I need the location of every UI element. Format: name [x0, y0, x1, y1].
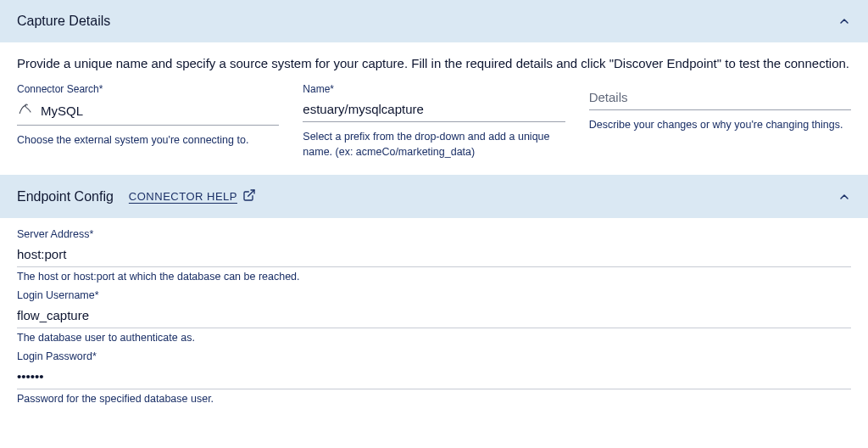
- capture-fields-row: Connector Search* Choose the external sy…: [17, 83, 851, 160]
- server-address-field: Server Address* The host or host:port at…: [17, 228, 851, 283]
- name-field: Name* Select a prefix from the drop-down…: [303, 83, 565, 160]
- connector-search-input-line[interactable]: [17, 98, 279, 126]
- capture-details-title: Capture Details: [17, 14, 110, 29]
- name-label: Name*: [303, 83, 565, 95]
- server-address-input[interactable]: [17, 242, 851, 267]
- connector-search-input[interactable]: [41, 104, 279, 118]
- details-help: Describe your changes or why you're chan…: [589, 117, 851, 132]
- login-username-help: The database user to authenticate as.: [17, 332, 851, 344]
- mysql-icon: [17, 102, 34, 120]
- connector-search-help: Choose the external system you're connec…: [17, 132, 279, 148]
- endpoint-config-body: Server Address* The host or host:port at…: [0, 218, 868, 420]
- server-address-label: Server Address*: [17, 228, 851, 240]
- login-username-input[interactable]: [17, 303, 851, 328]
- name-input-line[interactable]: [303, 98, 565, 122]
- capture-details-body: Provide a unique name and specify a sour…: [0, 42, 868, 175]
- capture-details-instruction: Provide a unique name and specify a sour…: [17, 54, 851, 73]
- chevron-up-icon: [837, 190, 851, 204]
- details-input[interactable]: [589, 90, 851, 104]
- endpoint-config-title: Endpoint Config: [17, 189, 114, 204]
- svg-line-1: [248, 190, 254, 196]
- login-password-input[interactable]: [17, 364, 851, 389]
- details-field: Describe your changes or why you're chan…: [589, 83, 851, 160]
- endpoint-config-header[interactable]: Endpoint Config CONNECTOR HELP: [0, 175, 868, 218]
- name-input[interactable]: [303, 102, 565, 116]
- server-address-help: The host or host:port at which the datab…: [17, 271, 851, 283]
- login-password-help: Password for the specified database user…: [17, 393, 851, 405]
- connector-search-label: Connector Search*: [17, 83, 279, 95]
- connector-help-label: CONNECTOR HELP: [129, 190, 237, 203]
- connector-help-link[interactable]: CONNECTOR HELP: [129, 188, 256, 204]
- login-password-label: Login Password*: [17, 350, 851, 362]
- login-username-label: Login Username*: [17, 289, 851, 301]
- connector-search-field: Connector Search* Choose the external sy…: [17, 83, 279, 160]
- capture-details-header[interactable]: Capture Details: [0, 0, 868, 42]
- name-help: Select a prefix from the drop-down and a…: [303, 129, 565, 160]
- chevron-up-icon: [837, 14, 851, 28]
- external-link-icon: [242, 188, 256, 204]
- login-username-field: Login Username* The database user to aut…: [17, 289, 851, 344]
- login-password-field: Login Password* Password for the specifi…: [17, 350, 851, 405]
- svg-point-0: [25, 104, 26, 105]
- details-input-line[interactable]: [589, 87, 851, 110]
